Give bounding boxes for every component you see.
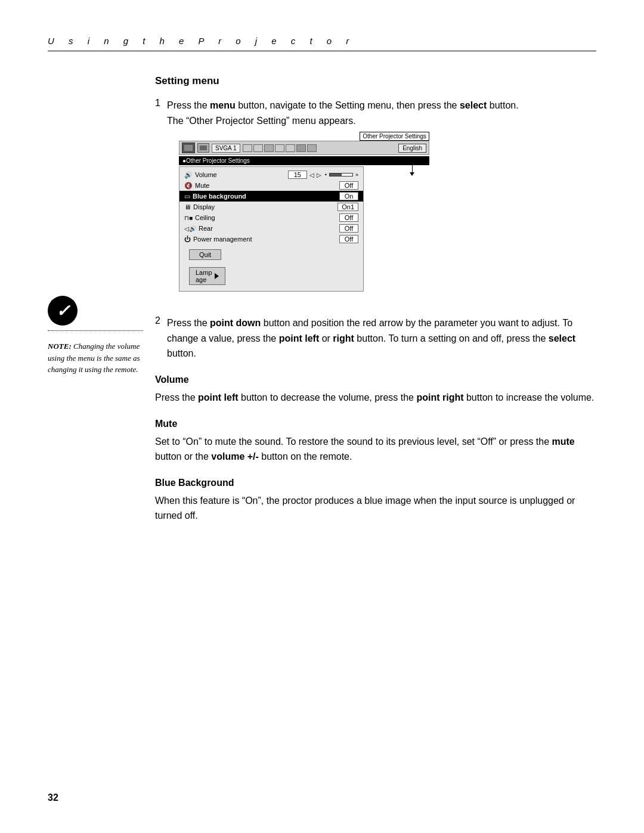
menu-row-display: 🖥 Display On1 (179, 202, 363, 212)
ui-menu-bar: ●Other Projector Settings (179, 156, 429, 165)
ui-mockup-wrapper: Other Projector Settings (167, 128, 429, 304)
setting-menu-annotation: setting menu (395, 156, 429, 176)
ui-toolbar: SVGA 1 (179, 141, 429, 155)
setting-menu-label: setting menu (395, 156, 429, 163)
rear-icon: ◁🔊 (184, 225, 196, 232)
toolbar-icon-4 (275, 144, 284, 152)
power-icon: ⏻ (184, 236, 191, 243)
svga-label: SVGA 1 (212, 144, 240, 153)
ui-mockup: Other Projector Settings (179, 140, 429, 292)
arrow-left-icon: ◁ (309, 172, 314, 178)
step-2-number: 2 (155, 315, 160, 326)
toolbar-icon-6 (296, 144, 306, 152)
toolbar-icon-1 (243, 144, 252, 152)
sidebar-note: NOTE: Changing the volume using the menu… (48, 340, 143, 376)
arrow-tip (410, 172, 414, 176)
bullet-icon: • (325, 172, 327, 178)
volume-label: Volume (195, 171, 217, 178)
content-area: Setting menu 1 Press the menu button, na… (155, 75, 596, 524)
volume-icon: 🔊 (184, 171, 193, 179)
quit-button[interactable]: Quit (189, 249, 221, 260)
step-1-number: 1 (155, 98, 160, 109)
blue-bg-icon: ▭ (184, 193, 190, 200)
main-content: ✓ NOTE: Changing the volume using the me… (48, 75, 596, 524)
monitor-icon (197, 143, 209, 153)
sidebar: ✓ NOTE: Changing the volume using the me… (48, 75, 155, 524)
toolbar-icon-group (243, 144, 317, 152)
section-title: Setting menu (155, 75, 596, 87)
volume-control: ◁ ▷ • » (309, 172, 358, 178)
menu-row-rear: ◁🔊 Rear Off (179, 223, 363, 234)
menu-row-power: ⏻ Power management Off (179, 234, 363, 244)
printer-icon (182, 143, 195, 153)
mute-value: Off (339, 181, 358, 190)
mute-section-title: Mute (155, 419, 596, 429)
menu-row-blue-bg: ▭ Blue background On (179, 191, 363, 202)
mute-icon: 🔇 (184, 182, 193, 190)
ceiling-icon: ⊓■ (184, 215, 193, 221)
step-1: 1 Press the menu button, navigate to the… (155, 98, 596, 304)
blue-bg-section-title: Blue Background (155, 478, 596, 488)
quit-wrapper: Quit (179, 244, 363, 265)
step-2-text: Press the point down button and position… (167, 315, 596, 361)
blue-bg-section-text: When this feature is “On”, the proctor p… (155, 493, 596, 524)
english-button[interactable]: English (398, 144, 426, 153)
sidebar-dots (48, 330, 143, 331)
blue-bg-value: On (339, 192, 358, 200)
header: U s i n g t h e P r o j e c t o r (48, 36, 596, 51)
mute-section-text: Set to “On” to mute the sound. To restor… (155, 434, 596, 465)
rear-value: Off (339, 224, 358, 233)
rear-label: Rear (199, 225, 213, 232)
blue-bg-label: Blue background (193, 193, 246, 200)
display-icon: 🖥 (184, 203, 191, 210)
ui-top-label: Other Projector Settings (360, 132, 429, 141)
lamp-label: Lampage (196, 269, 212, 283)
display-value: On1 (338, 203, 358, 211)
volume-section-title: Volume (155, 374, 596, 385)
mute-label: Mute (195, 182, 209, 189)
volume-bar (329, 173, 353, 176)
toolbar-icon-5 (286, 144, 295, 152)
lamp-arrow-icon (215, 273, 219, 279)
volume-section-text: Press the point left button to decrease … (155, 390, 596, 405)
lamp-button[interactable]: Lampage (189, 267, 225, 285)
power-value: Off (339, 235, 358, 243)
logo-icon: ✓ (48, 296, 78, 326)
ceiling-label: Ceiling (195, 214, 215, 221)
sidebar-logo: ✓ NOTE: Changing the volume using the me… (48, 296, 143, 376)
lamp-wrapper: Lampage (179, 265, 363, 289)
ceiling-value: Off (339, 213, 358, 222)
ui-menu-panel: 🔊 Volume 15 ◁ ▷ • (179, 166, 364, 292)
toolbar-icon-7 (307, 144, 317, 152)
menu-bar-wrapper: ●Other Projector Settings setting menu (179, 156, 429, 165)
menu-row-ceiling: ⊓■ Ceiling Off (179, 212, 363, 223)
menu-row-volume: 🔊 Volume 15 ◁ ▷ • (179, 169, 363, 180)
power-label: Power management (193, 236, 252, 243)
toolbar-icon-2 (253, 144, 263, 152)
arrow-right-icon: ▷ (317, 172, 321, 178)
menu-row-mute: 🔇 Mute Off (179, 180, 363, 191)
page-container: U s i n g t h e P r o j e c t o r ✓ NOTE… (0, 0, 644, 833)
page-number: 32 (48, 792, 58, 803)
step-2: 2 Press the point down button and positi… (155, 315, 596, 361)
menu-bar-title: ●Other Projector Settings (182, 157, 250, 164)
volume-value: 15 (288, 171, 307, 179)
checkmark-icon: ✓ (56, 301, 70, 321)
arrow-line (412, 163, 413, 172)
display-label: Display (193, 203, 215, 210)
volume-end: » (355, 172, 358, 178)
header-title: U s i n g t h e P r o j e c t o r (48, 36, 355, 46)
note-label: NOTE: (48, 342, 72, 351)
step-1-text: Press the menu button, navigate to the S… (167, 98, 596, 128)
toolbar-icon-3 (264, 144, 274, 152)
